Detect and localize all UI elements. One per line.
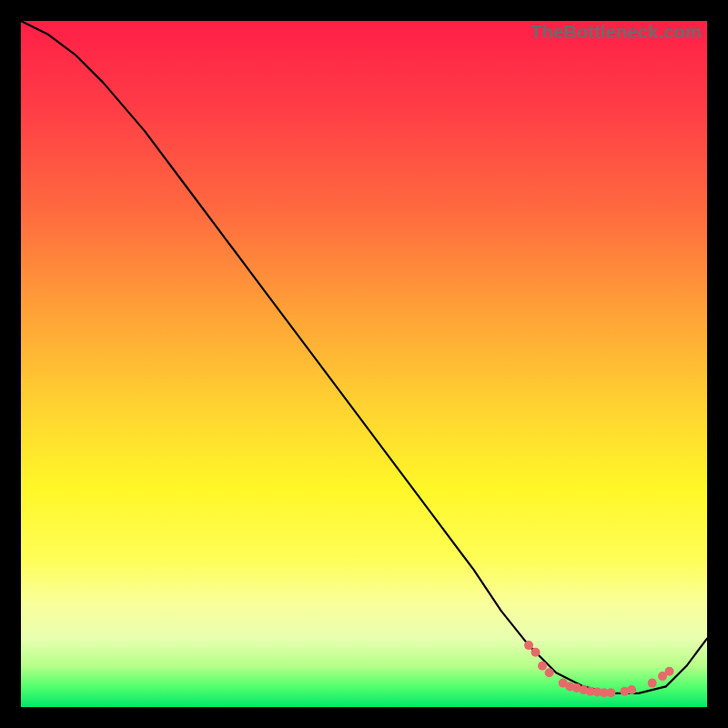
data-marker (531, 648, 541, 657)
data-marker (545, 668, 554, 677)
data-marker (538, 662, 547, 671)
data-marker (627, 685, 636, 694)
data-marker (665, 667, 674, 676)
data-marker (648, 679, 657, 688)
bottleneck-curve (21, 21, 707, 693)
chart-frame: TheBottleneck.com (0, 0, 728, 728)
marker-group (524, 641, 674, 697)
plot-area: TheBottleneck.com (21, 21, 707, 707)
data-marker (606, 688, 615, 697)
data-marker (524, 641, 533, 650)
curve-svg (21, 21, 707, 707)
